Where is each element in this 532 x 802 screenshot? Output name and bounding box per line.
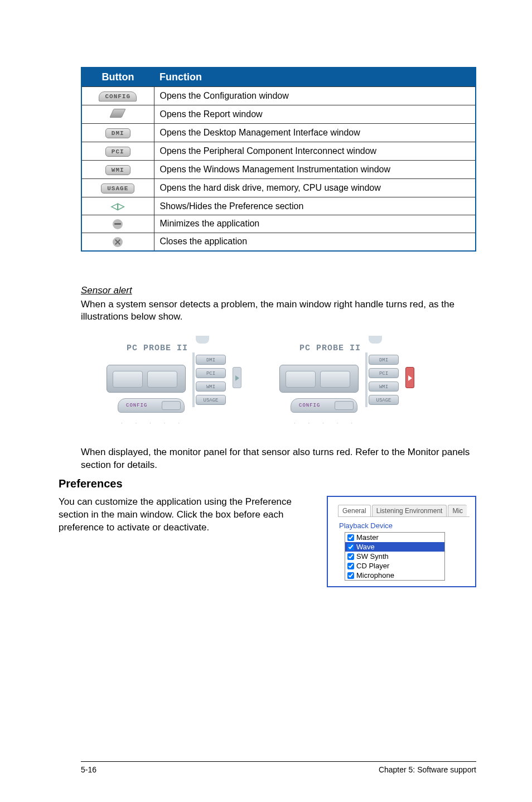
chip-dmi: DMI: [196, 355, 226, 365]
button-function-table: Button Function CONFIG Opens the Configu…: [81, 67, 476, 252]
footer-page-number: 5-16: [81, 765, 96, 774]
chip-dmi: DMI: [369, 355, 399, 365]
tab-general[interactable]: General: [338, 505, 371, 516]
minimize-button-icon: [113, 219, 123, 229]
usage-button-icon: USAGE: [101, 183, 134, 194]
table-row: ◁▷ Shows/Hides the Preference section: [81, 197, 476, 215]
playback-device-label: Playback Device: [339, 521, 470, 530]
list-item: Wave: [345, 542, 444, 552]
item-label: Master: [356, 533, 379, 542]
close-button-icon: [113, 237, 123, 247]
config-label: CONFIG: [126, 403, 147, 408]
table-row: PCI Opens the Peripheral Component Inter…: [81, 142, 476, 161]
table-row: Opens the Report window: [81, 105, 476, 124]
item-label: Wave: [356, 543, 375, 551]
list-item: SW Synth: [345, 552, 444, 561]
config-label: CONFIG: [299, 403, 320, 408]
table-row: WMI Opens the Windows Management Instrum…: [81, 161, 476, 179]
func-cell: Opens the Desktop Management Interface w…: [154, 124, 476, 142]
probe-illustrations: PC PROBE II DMI PCI WMI USAGE CONFIG · ·…: [102, 336, 476, 431]
func-cell: Shows/Hides the Preference section: [154, 197, 476, 215]
sensor-alert-heading: Sensor alert: [81, 285, 476, 296]
probe-normal: PC PROBE II DMI PCI WMI USAGE CONFIG · ·…: [102, 336, 241, 431]
func-cell: Closes the application: [154, 233, 476, 250]
func-cell: Opens the Configuration window: [154, 87, 476, 105]
func-cell: Opens the Peripheral Component Interconn…: [154, 142, 476, 161]
page-footer: 5-16 Chapter 5: Software support: [81, 761, 476, 774]
chip-usage: USAGE: [369, 395, 399, 405]
playback-listbox[interactable]: Master Wave SW Synth CD Player Microphon…: [345, 532, 445, 581]
probe-title: PC PROBE II: [127, 344, 188, 353]
table-row: Minimizes the application: [81, 215, 476, 233]
chip-usage: USAGE: [196, 395, 226, 405]
checkbox-master[interactable]: [347, 534, 354, 541]
tab-mic[interactable]: Mic: [448, 505, 467, 516]
footer-chapter: Chapter 5: Software support: [379, 765, 476, 774]
pci-button-icon: PCI: [105, 147, 130, 157]
table-row: Closes the application: [81, 233, 476, 250]
report-button-icon: [110, 109, 126, 118]
sensor-alert-para1: When a system sensor detects a problem, …: [81, 298, 476, 324]
chip-pci: PCI: [196, 368, 226, 378]
item-label: SW Synth: [356, 552, 389, 561]
probe-title: PC PROBE II: [299, 344, 361, 353]
table-row: USAGE Opens the hard disk drive, memory,…: [81, 179, 476, 197]
pref-tabs: General Listening Environment Mic: [338, 505, 470, 517]
preferences-para: You can customize the application using …: [59, 496, 304, 587]
func-cell: Opens the hard disk drive, memory, CPU u…: [154, 179, 476, 197]
list-item: Master: [345, 533, 444, 542]
chip-wmi: WMI: [369, 381, 399, 392]
preferences-heading: Preferences: [59, 477, 476, 490]
item-label: Microphone: [356, 571, 394, 579]
item-label: CD Player: [356, 562, 389, 570]
checkbox-cdplayer[interactable]: [347, 563, 354, 569]
list-item: CD Player: [345, 561, 444, 571]
func-cell: Minimizes the application: [154, 215, 476, 233]
th-button: Button: [81, 67, 154, 87]
config-button-icon: CONFIG: [99, 91, 137, 102]
probe-alert: PC PROBE II DMI PCI WMI USAGE CONFIG · ·…: [275, 336, 414, 431]
table-row: CONFIG Opens the Configuration window: [81, 87, 476, 105]
wmi-button-icon: WMI: [105, 165, 130, 175]
arrows-button-icon: ◁▷: [111, 201, 124, 211]
chip-pci: PCI: [369, 368, 399, 378]
checkbox-microphone[interactable]: [347, 572, 354, 579]
sensor-alert-para2: When displayed, the monitor panel for th…: [81, 446, 476, 472]
chip-wmi: WMI: [196, 381, 226, 392]
func-cell: Opens the Report window: [154, 105, 476, 124]
checkbox-swsynth[interactable]: [347, 553, 354, 560]
table-row: DMI Opens the Desktop Management Interfa…: [81, 124, 476, 142]
func-cell: Opens the Windows Management Instrumenta…: [154, 161, 476, 179]
preferences-screenshot: General Listening Environment Mic Playba…: [327, 496, 476, 587]
dmi-button-icon: DMI: [105, 128, 130, 138]
tab-listening[interactable]: Listening Environment: [372, 505, 447, 516]
list-item: Microphone: [345, 571, 444, 580]
th-function: Function: [154, 67, 476, 87]
checkbox-wave[interactable]: [347, 544, 354, 550]
